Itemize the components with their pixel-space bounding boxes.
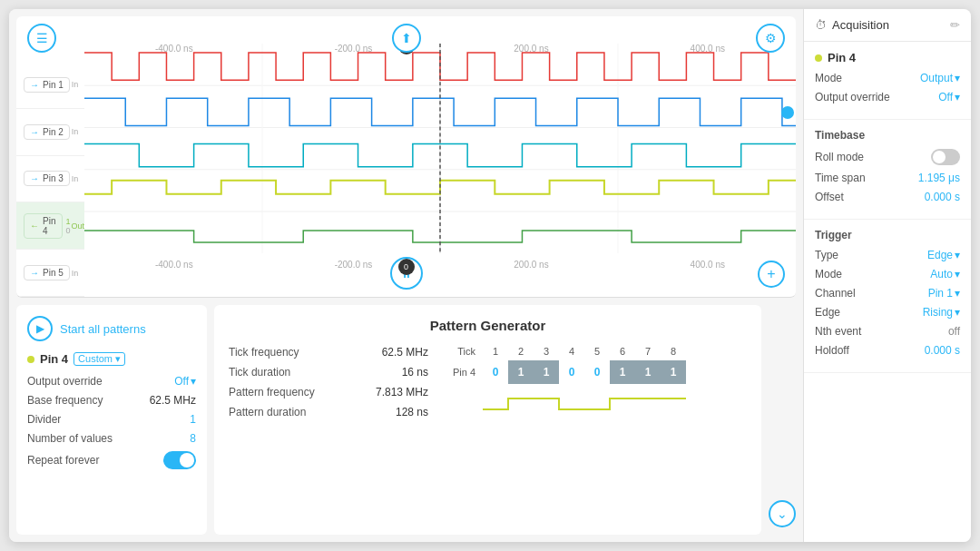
edit-icon[interactable]: ✏	[950, 18, 960, 32]
timeline-bot-neg400: -400.0 ns	[155, 260, 193, 270]
acquisition-icon: ⏱	[815, 18, 827, 32]
pin4-pattern-row: Pin 4 0 1 1 0 0 1 1 1	[446, 360, 747, 384]
trigger-mode-dropdown[interactable]: Auto ▾	[930, 268, 960, 280]
pin4-arrow-icon: ←	[30, 221, 39, 231]
divider-label: Divider	[27, 413, 61, 426]
pin2-label[interactable]: → Pin 2 In	[16, 109, 84, 156]
pattern-cell-6[interactable]: 1	[610, 360, 635, 384]
right-panel: ⏱ Acquisition ✏ Pin 4 Mode Output ▾ Outp…	[803, 9, 971, 542]
pin1-label[interactable]: → Pin 1 In	[16, 62, 84, 109]
output-override-right-label: Output override	[815, 91, 890, 103]
pattern-cell-4[interactable]: 0	[559, 360, 584, 384]
tick-freq-label: Tick frequency	[229, 346, 299, 359]
offset-value[interactable]: 0.000 s	[925, 191, 960, 203]
tick-2-header: 2	[508, 346, 534, 357]
pin5-label[interactable]: → Pin 5 In	[16, 250, 84, 297]
pattern-config-panel: ▶ Start all patterns Pin 4 Custom ▾ Outp…	[16, 305, 207, 535]
trigger-mode-label: Mode	[815, 268, 842, 280]
pattern-cell-2[interactable]: 1	[508, 360, 534, 384]
menu-button[interactable]: ☰	[27, 24, 56, 53]
nth-event-value[interactable]: off	[948, 325, 960, 338]
tick-6-header: 6	[610, 346, 635, 357]
pin4-bit1: 1	[65, 217, 70, 226]
cursor-badge-bottom[interactable]: 0	[398, 259, 415, 275]
pin4-mode-dropdown[interactable]: Custom ▾	[74, 352, 125, 366]
tick-col-header: Tick	[446, 346, 483, 357]
pin3-label[interactable]: → Pin 3 In	[16, 156, 84, 203]
time-span-value[interactable]: 1.195 μs	[918, 172, 960, 184]
pin4-config-name: Pin 4	[40, 352, 68, 366]
pattern-cell-5[interactable]: 0	[584, 360, 610, 384]
tick-header-row: Tick 1 2 3 4 5 6 7 8	[446, 346, 747, 357]
settings-icon: ⚙	[765, 31, 777, 45]
time-span-label: Time span	[815, 172, 866, 184]
timebase-section: Timebase Roll mode Time span 1.195 μs Of…	[804, 120, 971, 220]
trigger-channel-label: Channel	[815, 287, 856, 300]
pin3-arrow-icon: →	[30, 173, 39, 183]
pin4-row-label: Pin 4	[446, 367, 483, 378]
tick-3-header: 3	[534, 346, 559, 357]
pin4-right-label: Pin 4	[828, 51, 856, 64]
waveform-display	[84, 44, 796, 253]
upload-icon: ⬆	[401, 31, 412, 45]
nth-event-label: Nth event	[815, 325, 861, 338]
pattern-cell-1[interactable]: 0	[483, 360, 508, 384]
roll-mode-label: Roll mode	[815, 151, 864, 163]
offset-label: Offset	[815, 191, 844, 203]
timeline-label-400: 400.0 ns	[691, 44, 725, 54]
pin3-name: Pin 3	[43, 173, 64, 183]
waveform-preview	[446, 391, 747, 422]
output-override-right-dropdown[interactable]: Off ▾	[938, 91, 960, 103]
pin4-right-dot	[815, 54, 822, 62]
tick-dur-label: Tick duration	[229, 366, 290, 379]
pin2-arrow-icon: →	[30, 127, 39, 137]
trigger-section: Trigger Type Edge ▾ Mode Auto ▾ Channel …	[804, 220, 971, 373]
trigger-type-dropdown[interactable]: Edge ▾	[927, 249, 960, 261]
timeline-bot-200: 200.0 ns	[514, 260, 548, 270]
pattern-cell-7[interactable]: 1	[635, 360, 661, 384]
pattern-cell-8[interactable]: 1	[661, 360, 686, 384]
start-patterns-label: Start all patterns	[60, 322, 146, 336]
tick-5-header: 5	[584, 346, 610, 357]
pattern-cell-3[interactable]: 1	[534, 360, 559, 384]
trigger-type-label: Type	[815, 249, 838, 261]
pattern-generator-panel: Pattern Generator Tick frequency 62.5 MH…	[214, 305, 761, 535]
pin2-indicator	[781, 106, 794, 119]
acquisition-header: ⏱ Acquisition ✏	[804, 9, 971, 42]
timeline-label-neg400: -400.0 ns	[155, 44, 193, 54]
tick-8-header: 8	[661, 346, 686, 357]
trigger-edge-dropdown[interactable]: Rising ▾	[923, 306, 960, 319]
output-override-dropdown[interactable]: Off ▾	[174, 375, 196, 388]
pin4-right-section: Pin 4 Mode Output ▾ Output override Off …	[804, 42, 971, 120]
settings-button[interactable]: ⚙	[756, 24, 785, 53]
roll-mode-toggle[interactable]	[931, 149, 960, 165]
output-override-label: Output override	[27, 375, 103, 388]
pin4-label[interactable]: ← Pin 4 1 0 Out	[16, 202, 84, 250]
pattern-generator-title: Pattern Generator	[229, 318, 747, 333]
holdoff-value[interactable]: 0.000 s	[925, 344, 960, 357]
acquisition-title: Acquisition	[832, 18, 945, 32]
tick-4-header: 4	[559, 346, 584, 357]
play-button[interactable]: ▶	[27, 316, 53, 341]
pattern-grid: Tick 1 2 3 4 5 6 7 8 Pin 4	[446, 346, 747, 422]
collapse-button[interactable]: ⌄	[769, 500, 796, 527]
collapse-button-container: ⌄	[769, 305, 796, 535]
mode-right-label: Mode	[815, 72, 842, 84]
pattern-dur-value: 128 ns	[396, 406, 428, 418]
timeline-bot-neg200: -200.0 ns	[335, 260, 373, 270]
num-values-value[interactable]: 8	[190, 432, 196, 445]
pattern-dur-label: Pattern duration	[229, 406, 306, 418]
repeat-forever-label: Repeat forever	[27, 454, 99, 467]
timebase-title: Timebase	[815, 129, 960, 142]
menu-icon: ☰	[36, 31, 48, 45]
mode-right-dropdown[interactable]: Output ▾	[920, 72, 960, 84]
trigger-edge-label: Edge	[815, 306, 840, 319]
upload-button[interactable]: ⬆	[392, 24, 421, 53]
trigger-title: Trigger	[815, 229, 960, 241]
divider-value[interactable]: 1	[190, 413, 196, 426]
trigger-channel-dropdown[interactable]: Pin 1 ▾	[928, 287, 960, 300]
repeat-forever-toggle[interactable]	[163, 451, 196, 469]
tick-7-header: 7	[635, 346, 661, 357]
timeline-label-neg200: -200.0 ns	[335, 44, 373, 54]
tick-1-header: 1	[483, 346, 508, 357]
